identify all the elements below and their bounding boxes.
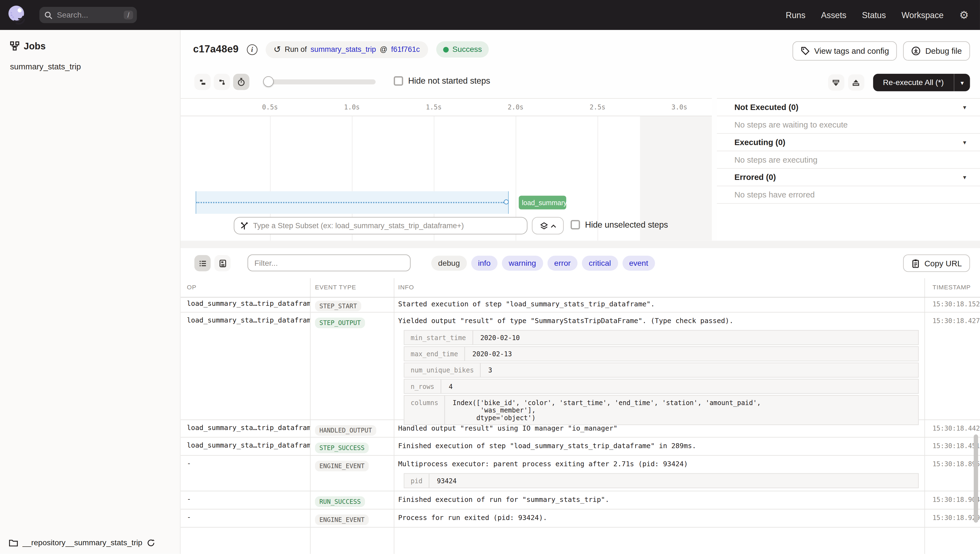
- metadata-row: n_rows4: [404, 379, 919, 394]
- chevron-down-icon[interactable]: ▾: [954, 74, 970, 91]
- hide-unselected-checkbox-row[interactable]: Hide unselected steps: [571, 220, 668, 229]
- zoom-slider[interactable]: [263, 72, 375, 91]
- download-circle-icon: [912, 46, 921, 56]
- status-label: Success: [452, 45, 482, 54]
- log-row[interactable]: load_summary_sta…trip_dataframeSTEP_SUCC…: [181, 438, 980, 456]
- log-filter-input[interactable]: Filter...: [248, 255, 411, 272]
- copy-url-button[interactable]: Copy URL: [903, 255, 970, 272]
- stepped-log-view-button[interactable]: [194, 255, 211, 271]
- structured-log-view-button[interactable]: [215, 255, 231, 271]
- log-row-event-type-cell: STEP_OUTPUT: [310, 313, 394, 328]
- waterfall-view-button[interactable]: [214, 74, 230, 90]
- dependency-dotted-line: [196, 202, 504, 203]
- run-id-title: c17a48e9: [193, 44, 239, 55]
- log-row[interactable]: load_summary_sta…trip_dataframeSTEP_STAR…: [181, 298, 980, 313]
- clipboard-icon: [911, 258, 920, 267]
- reload-icon[interactable]: [147, 539, 155, 547]
- folder-icon: [9, 539, 18, 547]
- gear-icon[interactable]: ⚙: [959, 10, 969, 20]
- axis-tick: 2.5s: [584, 103, 611, 110]
- log-row-timestamp: 15:30:18.427: [924, 313, 980, 325]
- tag-icon: [800, 46, 810, 56]
- job-name-link[interactable]: summary_stats_trip: [311, 45, 376, 54]
- graph-query-toggle-button[interactable]: [532, 217, 564, 234]
- search-input[interactable]: Search... /: [40, 7, 137, 23]
- status-section-header-3[interactable]: Errored (0)▾: [717, 169, 980, 186]
- nav-link-workspace[interactable]: Workspace: [902, 10, 943, 20]
- step-subset-placeholder: Type a Step Subset (ex: load_summary_sta…: [253, 221, 464, 230]
- timed-view-button[interactable]: [233, 74, 249, 90]
- reexecute-all-label: Re-execute All (*): [873, 74, 954, 91]
- view-tags-config-button[interactable]: View tags and config: [792, 41, 897, 60]
- log-level-event[interactable]: event: [622, 256, 655, 271]
- log-row-info-text: Yielded output "result" of type "Summary…: [398, 317, 921, 325]
- log-row[interactable]: -RUN_SUCCESSFinished execution of run fo…: [181, 492, 980, 509]
- log-row-event-type-cell: ENGINE_EVENT: [310, 509, 394, 525]
- metadata-row: min_start_time2020-02-10: [404, 330, 919, 345]
- reexecute-all-button[interactable]: Re-execute All (*) ▾: [873, 74, 970, 91]
- status-section-title: Executing (0): [734, 137, 963, 147]
- hide-unselected-checkbox[interactable]: [571, 220, 580, 229]
- log-level-error[interactable]: error: [547, 256, 578, 271]
- log-row-info-cell: Handled output "result" using IO manager…: [394, 420, 924, 433]
- metadata-key: pid: [404, 474, 430, 488]
- zoom-slider-track: [268, 79, 375, 84]
- hide-not-started-checkbox-row[interactable]: Hide not started steps: [394, 76, 490, 86]
- info-icon[interactable]: i: [247, 44, 258, 55]
- axis-tick: 0.5s: [256, 103, 284, 110]
- panel-split-handle[interactable]: [181, 241, 980, 248]
- chevron-up-icon: [550, 223, 556, 228]
- step-subset-input[interactable]: Type a Step Subset (ex: load_summary_sta…: [234, 217, 527, 234]
- op-selector-icon: [240, 221, 249, 230]
- log-row-event-type-cell: ENGINE_EVENT: [310, 456, 394, 471]
- status-section-header-2[interactable]: Executing (0)▾: [717, 134, 980, 151]
- metadata-row: max_end_time2020-02-13: [404, 346, 919, 361]
- col-header-timestamp: TIMESTAMP: [932, 284, 971, 291]
- metadata-key: n_rows: [404, 380, 441, 393]
- flat-view-button[interactable]: [194, 74, 211, 90]
- nav-link-assets[interactable]: Assets: [821, 10, 846, 20]
- zoom-in-fit-icon[interactable]: [848, 74, 864, 91]
- log-row-event-type-cell: HANDLED_OUTPUT: [310, 420, 394, 436]
- log-row[interactable]: -ENGINE_EVENTMultiprocess executor: pare…: [181, 456, 980, 492]
- chevron-down-icon: ▾: [963, 174, 966, 181]
- log-row[interactable]: load_summary_sta…trip_dataframeHANDLED_O…: [181, 420, 980, 438]
- metadata-row: pid93424: [404, 473, 919, 488]
- log-level-debug[interactable]: debug: [431, 256, 467, 271]
- run-breadcrumb: ↺ Run of summary_stats_trip @ f61f761c: [266, 41, 428, 58]
- sidebar-title: Jobs: [24, 41, 46, 51]
- zoom-slider-thumb[interactable]: [263, 76, 274, 87]
- sidebar-item-summary-stats-trip[interactable]: summary_stats_trip: [10, 62, 81, 71]
- col-header-info: INFO: [398, 284, 414, 291]
- nav-link-runs[interactable]: Runs: [786, 10, 805, 20]
- event-type-badge: STEP_SUCCESS: [315, 443, 369, 453]
- sidebar: Jobs summary_stats_trip __repository__su…: [0, 30, 181, 554]
- metadata-table: min_start_time2020-02-10max_end_time2020…: [404, 330, 919, 425]
- log-level-critical[interactable]: critical: [582, 256, 618, 271]
- status-section-header-1[interactable]: Not Executed (0)▾: [717, 99, 980, 116]
- log-level-warning[interactable]: warning: [502, 256, 543, 271]
- log-row[interactable]: load_summary_sta…trip_dataframeSTEP_OUTP…: [181, 313, 980, 420]
- history-icon: ↺: [274, 45, 281, 54]
- debug-file-button[interactable]: Debug file: [904, 41, 970, 60]
- nav-link-status[interactable]: Status: [862, 10, 886, 20]
- log-toolbar: Filter... debuginfowarningerrorcriticale…: [181, 248, 980, 278]
- log-table-header: OP EVENT TYPE INFO TIMESTAMP: [181, 278, 980, 298]
- snapshot-link[interactable]: f61f761c: [391, 45, 420, 54]
- vertical-scrollbar[interactable]: [974, 435, 978, 522]
- gantt-step-box[interactable]: load_summary_: [519, 196, 566, 209]
- breadcrumb-separator: @: [380, 45, 387, 54]
- log-row-op: load_summary_sta…trip_dataframe: [181, 420, 310, 432]
- time-axis: 0.5s1.0s1.5s2.0s2.5s3.0s: [181, 99, 712, 116]
- log-row-op: -: [181, 509, 310, 521]
- event-type-badge: STEP_START: [315, 301, 361, 311]
- log-row[interactable]: -ENGINE_EVENTProcess for run exited (pid…: [181, 509, 980, 528]
- log-row-info-cell: Started execution of step "load_summary_…: [394, 298, 924, 308]
- zoom-out-fit-icon[interactable]: [828, 74, 844, 91]
- hide-not-started-checkbox[interactable]: [394, 76, 403, 86]
- event-type-badge: HANDLED_OUTPUT: [315, 425, 377, 436]
- dagster-logo-icon[interactable]: [6, 5, 27, 25]
- log-level-info[interactable]: info: [471, 256, 497, 271]
- event-type-badge: ENGINE_EVENT: [315, 461, 369, 471]
- status-section-empty-text: No steps have errored: [734, 190, 815, 199]
